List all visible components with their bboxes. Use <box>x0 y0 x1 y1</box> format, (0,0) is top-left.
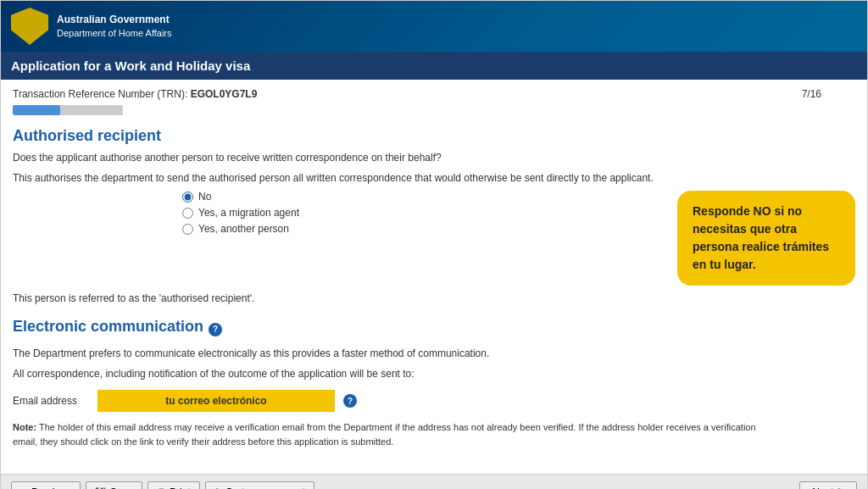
email-help-icon[interactable]: ? <box>343 394 357 408</box>
next-button[interactable]: Next ❯ <box>799 481 857 489</box>
trn-row: Transaction Reference Number (TRN): EGOL… <box>13 88 855 100</box>
previous-button[interactable]: ↺ Previous <box>11 481 81 489</box>
gov-header-text: Australian Government Department of Home… <box>57 13 172 40</box>
radio-tooltip-wrapper: No Yes, a migration agent Yes, another p… <box>13 191 855 286</box>
note-body: The holder of this email address may rec… <box>13 422 756 447</box>
save-button[interactable]: 💾 Save <box>86 481 142 489</box>
radio-no-input[interactable] <box>182 192 193 203</box>
radio-option-migration-agent[interactable]: Yes, a migration agent <box>182 207 299 219</box>
note-text: Note: The holder of this email address m… <box>13 420 776 448</box>
email-input-wrapper <box>97 390 335 412</box>
footer-left: ↺ Previous 💾 Save 🖶 Print ❯ Go to my acc… <box>11 481 314 489</box>
page-title-bar: Application for a Work and Holiday visa <box>1 52 867 80</box>
gov-line2: Department of Home Affairs <box>57 27 172 40</box>
gov-header: Australian Government Department of Home… <box>1 1 867 52</box>
elec-para1: The Department prefers to communicate el… <box>13 346 855 361</box>
radio-migration-agent-label: Yes, a migration agent <box>198 207 299 219</box>
my-account-button[interactable]: ❯ Go to my account <box>205 481 314 489</box>
email-row: Email address ? <box>13 390 855 412</box>
tooltip-text: Responde NO si no necesitas que otra per… <box>693 204 829 271</box>
authorised-recipient-info: This authorises the department to send t… <box>13 170 855 186</box>
authorised-recipient-question: Does the applicant authorise another per… <box>13 150 855 165</box>
radio-no-label: No <box>198 191 211 203</box>
elec-heading-row: Electronic communication ? <box>13 318 855 341</box>
radio-another-person-input[interactable] <box>182 224 193 235</box>
page-title: Application for a Work and Holiday visa <box>11 58 250 73</box>
radio-option-no[interactable]: No <box>182 191 299 203</box>
tooltip-bubble: Responde NO si no necesitas que otra per… <box>677 191 855 286</box>
page-indicator: 7/16 <box>802 88 821 100</box>
authorised-recipient-section: Authorised recipient Does the applicant … <box>13 127 855 304</box>
trn-label: Transaction Reference Number (TRN): EGOL… <box>13 88 257 100</box>
elec-help-icon[interactable]: ? <box>209 323 222 336</box>
footer-bar: ↺ Previous 💾 Save 🖶 Print ❯ Go to my acc… <box>1 474 867 489</box>
radio-option-another-person[interactable]: Yes, another person <box>182 223 299 235</box>
electronic-communication-section: Electronic communication ? The Departmen… <box>13 318 855 448</box>
email-input[interactable] <box>97 390 335 412</box>
radio-another-person-label: Yes, another person <box>198 223 289 235</box>
note-bold: Note: <box>13 422 36 432</box>
gov-line1: Australian Government <box>57 13 172 27</box>
progress-bar-container <box>13 105 123 115</box>
email-label: Email address <box>13 395 89 407</box>
main-content: Transaction Reference Number (TRN): EGOL… <box>1 80 867 457</box>
elec-para2: All correspondence, including notificati… <box>13 366 855 381</box>
radio-migration-agent-input[interactable] <box>182 208 193 219</box>
authorised-recipient-heading: Authorised recipient <box>13 127 855 145</box>
print-button[interactable]: 🖶 Print <box>147 481 200 489</box>
trn-value: EGOL0YG7L9 <box>191 88 258 100</box>
elec-heading: Electronic communication <box>13 318 203 336</box>
radio-options: No Yes, a migration agent Yes, another p… <box>182 191 299 239</box>
gov-logo-icon <box>11 8 48 45</box>
progress-bar-fill <box>13 105 60 115</box>
authorised-footnote: This person is referred to as the 'autho… <box>13 292 855 304</box>
